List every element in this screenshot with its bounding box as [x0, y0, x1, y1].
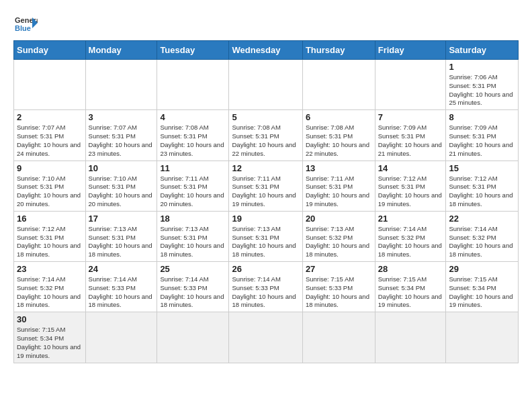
calendar-cell: 12Sunrise: 7:11 AM Sunset: 5:31 PM Dayli…	[229, 161, 302, 211]
column-header-thursday: Thursday	[302, 41, 375, 60]
day-info: Sunrise: 7:07 AM Sunset: 5:31 PM Dayligh…	[89, 124, 154, 158]
calendar-cell: 7Sunrise: 7:09 AM Sunset: 5:31 PM Daylig…	[375, 110, 446, 161]
day-info: Sunrise: 7:11 AM Sunset: 5:31 PM Dayligh…	[232, 175, 299, 209]
calendar-week-row: 1Sunrise: 7:06 AM Sunset: 5:31 PM Daylig…	[14, 60, 519, 110]
day-info: Sunrise: 7:13 AM Sunset: 5:31 PM Dayligh…	[89, 225, 154, 259]
calendar-cell	[229, 312, 302, 363]
calendar-cell: 16Sunrise: 7:12 AM Sunset: 5:31 PM Dayli…	[14, 211, 86, 261]
day-number: 19	[232, 214, 299, 224]
calendar-cell: 6Sunrise: 7:08 AM Sunset: 5:31 PM Daylig…	[302, 110, 375, 161]
day-info: Sunrise: 7:12 AM Sunset: 5:31 PM Dayligh…	[449, 175, 515, 209]
day-info: Sunrise: 7:10 AM Sunset: 5:31 PM Dayligh…	[89, 175, 154, 209]
calendar-cell: 1Sunrise: 7:06 AM Sunset: 5:31 PM Daylig…	[446, 60, 519, 110]
day-info: Sunrise: 7:14 AM Sunset: 5:33 PM Dayligh…	[160, 275, 226, 310]
day-number: 10	[89, 163, 154, 173]
column-header-tuesday: Tuesday	[157, 41, 229, 60]
calendar-cell: 20Sunrise: 7:13 AM Sunset: 5:32 PM Dayli…	[302, 211, 375, 261]
calendar-cell: 21Sunrise: 7:14 AM Sunset: 5:32 PM Dayli…	[375, 211, 446, 261]
day-number: 1	[449, 62, 515, 72]
column-header-saturday: Saturday	[446, 41, 519, 60]
calendar-cell	[375, 60, 446, 110]
calendar-cell	[85, 312, 157, 363]
day-number: 20	[306, 214, 372, 224]
day-number: 27	[306, 264, 372, 274]
day-info: Sunrise: 7:14 AM Sunset: 5:32 PM Dayligh…	[17, 275, 83, 310]
day-info: Sunrise: 7:13 AM Sunset: 5:31 PM Dayligh…	[160, 225, 226, 259]
calendar-week-row: 23Sunrise: 7:14 AM Sunset: 5:32 PM Dayli…	[14, 262, 519, 312]
day-number: 23	[17, 264, 83, 274]
svg-text:Blue: Blue	[15, 24, 31, 32]
calendar-table: SundayMondayTuesdayWednesdayThursdayFrid…	[13, 40, 519, 363]
day-info: Sunrise: 7:15 AM Sunset: 5:34 PM Dayligh…	[449, 275, 515, 310]
day-info: Sunrise: 7:13 AM Sunset: 5:31 PM Dayligh…	[232, 225, 299, 259]
day-info: Sunrise: 7:11 AM Sunset: 5:31 PM Dayligh…	[306, 175, 372, 209]
calendar-cell	[229, 60, 302, 110]
day-info: Sunrise: 7:14 AM Sunset: 5:33 PM Dayligh…	[89, 275, 154, 310]
day-number: 26	[232, 264, 299, 274]
calendar-cell: 14Sunrise: 7:12 AM Sunset: 5:31 PM Dayli…	[375, 161, 446, 211]
calendar-cell: 28Sunrise: 7:15 AM Sunset: 5:34 PM Dayli…	[375, 262, 446, 312]
day-number: 5	[232, 112, 299, 122]
calendar-cell: 4Sunrise: 7:08 AM Sunset: 5:31 PM Daylig…	[157, 110, 229, 161]
day-info: Sunrise: 7:09 AM Sunset: 5:31 PM Dayligh…	[449, 124, 515, 158]
calendar-cell: 19Sunrise: 7:13 AM Sunset: 5:31 PM Dayli…	[229, 211, 302, 261]
calendar-cell: 13Sunrise: 7:11 AM Sunset: 5:31 PM Dayli…	[302, 161, 375, 211]
day-info: Sunrise: 7:15 AM Sunset: 5:34 PM Dayligh…	[17, 326, 83, 360]
column-header-sunday: Sunday	[14, 41, 86, 60]
day-info: Sunrise: 7:07 AM Sunset: 5:31 PM Dayligh…	[17, 124, 83, 158]
calendar-cell	[14, 60, 86, 110]
calendar-week-row: 9Sunrise: 7:10 AM Sunset: 5:31 PM Daylig…	[14, 161, 519, 211]
day-number: 3	[89, 112, 154, 122]
day-number: 28	[378, 264, 443, 274]
calendar-cell: 3Sunrise: 7:07 AM Sunset: 5:31 PM Daylig…	[85, 110, 157, 161]
day-info: Sunrise: 7:08 AM Sunset: 5:31 PM Dayligh…	[160, 124, 226, 158]
calendar-cell: 18Sunrise: 7:13 AM Sunset: 5:31 PM Dayli…	[157, 211, 229, 261]
calendar-cell	[157, 60, 229, 110]
day-info: Sunrise: 7:14 AM Sunset: 5:33 PM Dayligh…	[232, 275, 299, 310]
day-number: 7	[378, 112, 443, 122]
day-number: 18	[160, 214, 226, 224]
calendar-week-row: 30Sunrise: 7:15 AM Sunset: 5:34 PM Dayli…	[14, 312, 519, 363]
day-number: 13	[306, 163, 372, 173]
calendar-cell: 23Sunrise: 7:14 AM Sunset: 5:32 PM Dayli…	[14, 262, 86, 312]
calendar-cell: 30Sunrise: 7:15 AM Sunset: 5:34 PM Dayli…	[14, 312, 86, 363]
day-number: 9	[17, 163, 83, 173]
calendar-cell: 11Sunrise: 7:11 AM Sunset: 5:31 PM Dayli…	[157, 161, 229, 211]
calendar-week-row: 2Sunrise: 7:07 AM Sunset: 5:31 PM Daylig…	[14, 110, 519, 161]
day-number: 14	[378, 163, 443, 173]
calendar-cell: 29Sunrise: 7:15 AM Sunset: 5:34 PM Dayli…	[446, 262, 519, 312]
day-number: 11	[160, 163, 226, 173]
day-number: 17	[89, 214, 154, 224]
calendar-cell	[302, 60, 375, 110]
calendar-week-row: 16Sunrise: 7:12 AM Sunset: 5:31 PM Dayli…	[14, 211, 519, 261]
calendar-cell	[375, 312, 446, 363]
day-number: 4	[160, 112, 226, 122]
day-info: Sunrise: 7:06 AM Sunset: 5:31 PM Dayligh…	[449, 73, 515, 107]
day-number: 12	[232, 163, 299, 173]
calendar-cell: 15Sunrise: 7:12 AM Sunset: 5:31 PM Dayli…	[446, 161, 519, 211]
day-info: Sunrise: 7:15 AM Sunset: 5:34 PM Dayligh…	[378, 275, 443, 310]
day-info: Sunrise: 7:13 AM Sunset: 5:32 PM Dayligh…	[306, 225, 372, 259]
calendar-cell	[85, 60, 157, 110]
calendar-cell: 9Sunrise: 7:10 AM Sunset: 5:31 PM Daylig…	[14, 161, 86, 211]
column-header-wednesday: Wednesday	[229, 41, 302, 60]
calendar-cell: 8Sunrise: 7:09 AM Sunset: 5:31 PM Daylig…	[446, 110, 519, 161]
column-header-friday: Friday	[375, 41, 446, 60]
day-info: Sunrise: 7:14 AM Sunset: 5:32 PM Dayligh…	[378, 225, 443, 259]
calendar-cell: 27Sunrise: 7:15 AM Sunset: 5:33 PM Dayli…	[302, 262, 375, 312]
day-number: 30	[17, 314, 83, 324]
calendar-cell: 26Sunrise: 7:14 AM Sunset: 5:33 PM Dayli…	[229, 262, 302, 312]
calendar-cell	[157, 312, 229, 363]
calendar-cell: 5Sunrise: 7:08 AM Sunset: 5:31 PM Daylig…	[229, 110, 302, 161]
calendar-cell: 22Sunrise: 7:14 AM Sunset: 5:32 PM Dayli…	[446, 211, 519, 261]
calendar-cell: 2Sunrise: 7:07 AM Sunset: 5:31 PM Daylig…	[14, 110, 86, 161]
day-info: Sunrise: 7:14 AM Sunset: 5:32 PM Dayligh…	[449, 225, 515, 259]
day-info: Sunrise: 7:08 AM Sunset: 5:31 PM Dayligh…	[306, 124, 372, 158]
day-number: 2	[17, 112, 83, 122]
calendar-cell: 24Sunrise: 7:14 AM Sunset: 5:33 PM Dayli…	[85, 262, 157, 312]
day-number: 21	[378, 214, 443, 224]
header: General Blue	[13, 11, 519, 35]
day-number: 25	[160, 264, 226, 274]
calendar-cell: 10Sunrise: 7:10 AM Sunset: 5:31 PM Dayli…	[85, 161, 157, 211]
day-info: Sunrise: 7:12 AM Sunset: 5:31 PM Dayligh…	[17, 225, 83, 259]
